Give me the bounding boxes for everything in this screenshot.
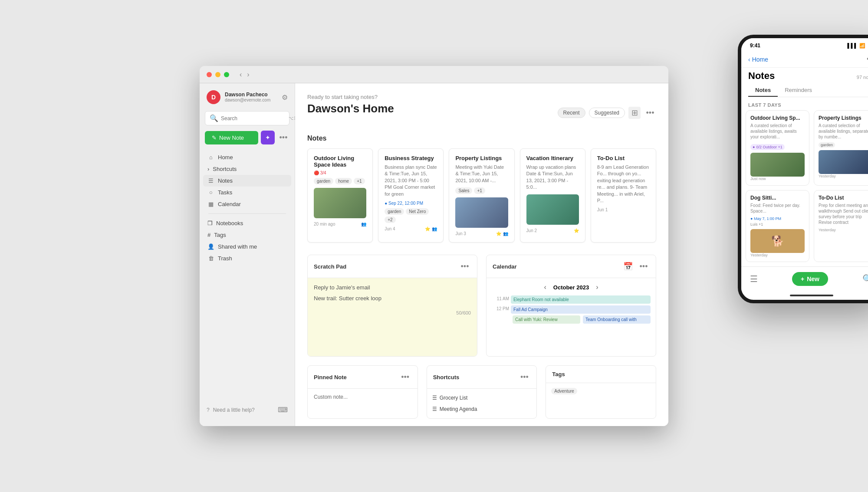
note-title: Property Listings: [455, 155, 508, 161]
note-title: Outdoor Living Space Ideas: [314, 155, 366, 168]
back-arrow[interactable]: ‹: [240, 71, 242, 79]
sidebar-item-home[interactable]: ⌂ Home: [203, 151, 291, 163]
view-more-icon[interactable]: ⊞: [628, 107, 641, 119]
tag: Net Zero: [406, 208, 429, 215]
shortcut-item-grocery[interactable]: ☰ Grocery List: [432, 392, 532, 403]
scratch-pad-body[interactable]: Reply to Jamie's email New trail: Sutter…: [308, 278, 477, 356]
note-card-todo[interactable]: To-Do List 8-9 am Lead Generation Fo... …: [591, 148, 656, 243]
phone-tab-notes[interactable]: Notes: [748, 83, 778, 97]
sidebar-item-trash[interactable]: 🗑 Trash: [203, 253, 291, 264]
ai-search-button[interactable]: ✦: [261, 131, 275, 144]
note-footer: 20 min ago 👥: [314, 222, 366, 226]
calendar-add-icon[interactable]: 📅: [622, 260, 634, 272]
maximize-button[interactable]: [224, 72, 229, 77]
shortcuts-title: Shortcuts: [433, 374, 460, 380]
tag: garden: [385, 208, 404, 215]
extra-options-icon[interactable]: •••: [644, 107, 656, 119]
help-section[interactable]: ? Need a little help? ⌨: [200, 400, 295, 419]
main-content: Ready to start taking notes? Dawson's Ho…: [295, 83, 668, 426]
phone-note-property[interactable]: Property Listings A curated selection of…: [814, 110, 868, 186]
close-button[interactable]: [207, 72, 212, 77]
search-icon: 🔍: [210, 114, 218, 122]
scratch-line-1: Reply to Jamie's email: [314, 284, 471, 291]
forward-arrow[interactable]: ›: [247, 71, 249, 79]
sidebar-item-shared[interactable]: 👤 Shared with me: [203, 241, 291, 253]
note-body: Wrap up vacation plans Date & Time:Sun, …: [526, 164, 579, 191]
sidebar-shared-label: Shared with me: [218, 243, 257, 250]
note-card-outdoor[interactable]: Outdoor Living Space Ideas 🔴 3/4 garden …: [307, 148, 373, 243]
note-icons: ⭐ 👥: [425, 226, 437, 231]
calendar-more-icon[interactable]: •••: [638, 260, 650, 272]
phone-section-label: LAST 7 DAYS: [741, 101, 868, 110]
phone-tab-reminders[interactable]: Reminders: [778, 83, 819, 97]
titlebar: ‹ ›: [200, 66, 668, 83]
calendar-event[interactable]: Call with Yuki: Review: [513, 315, 580, 324]
pinned-note-more[interactable]: •••: [399, 371, 411, 383]
note-card-vacation[interactable]: Vacation Itinerary Wrap up vacation plan…: [520, 148, 585, 243]
phone-status-icons: ▌▌▌ 📶 🔋: [848, 43, 868, 49]
phone-bottom-bar: ☰ + New 🔍: [741, 266, 868, 291]
calendar-event[interactable]: Team Onboarding call with: [583, 315, 651, 324]
more-options-button[interactable]: •••: [277, 131, 289, 144]
phone-back-button[interactable]: ‹ Home: [748, 56, 768, 63]
sidebar-item-tags[interactable]: # Tags: [203, 229, 291, 241]
star-icon: ⭐: [425, 226, 430, 231]
note-card-business[interactable]: Business Strategy Business plan sync Dat…: [378, 148, 444, 243]
avatar: D: [207, 90, 220, 104]
calendar-event[interactable]: Fall Ad Campaign: [511, 305, 651, 314]
note-body: Business plan sync Date & Time:Tue, Jun …: [385, 164, 437, 197]
note-thumbnail: [455, 197, 508, 228]
calendar-event[interactable]: Elephant Room not available: [511, 295, 651, 304]
shared-icon: 👤: [207, 243, 214, 250]
sidebar-divider: [208, 213, 286, 214]
cal-time: 12 PM: [492, 305, 509, 311]
note-body: 8-9 am Lead Generation Fo... through on …: [597, 164, 650, 204]
sidebar-trash-label: Trash: [218, 255, 232, 262]
tab-suggested[interactable]: Suggested: [589, 108, 625, 118]
scratch-pad-more[interactable]: •••: [459, 260, 471, 272]
calendar-prev-button[interactable]: ‹: [544, 283, 546, 291]
search-input[interactable]: [221, 115, 286, 121]
phone-new-button[interactable]: + New: [792, 272, 828, 286]
phone-note-dog[interactable]: Dog Sitti... Food: Feed twice per day. S…: [746, 190, 809, 262]
calendar-event-row-3: Call with Yuki: Review Team Onboarding c…: [492, 315, 651, 324]
sidebar-item-calendar[interactable]: ▦ Calendar: [203, 198, 291, 210]
phone-notes-grid: Outdoor Living Sp... A curated selection…: [741, 110, 868, 262]
phone-note-time: Yesterday: [819, 228, 868, 232]
settings-icon[interactable]: ⚙: [282, 93, 288, 102]
calendar-next-button[interactable]: ›: [596, 283, 598, 291]
phone-search-icon[interactable]: 🔍: [862, 274, 868, 284]
tab-recent[interactable]: Recent: [558, 108, 585, 118]
tag: home: [335, 178, 352, 184]
sidebar-item-notebooks[interactable]: ❒ Notebooks: [203, 217, 291, 229]
note-footer: Jun 2 ⭐: [526, 228, 579, 233]
phone-note-todo[interactable]: To-Do List Prep for client meeting and w…: [814, 190, 868, 262]
note-card-property[interactable]: Property Listings Meeting with Yuki Date…: [449, 148, 514, 243]
sidebar-item-tasks[interactable]: ○ Tasks: [203, 187, 291, 198]
shortcuts-more[interactable]: •••: [518, 371, 530, 383]
user-name: Dawson Pacheco: [225, 92, 270, 98]
phone-note-title: Outdoor Living Sp...: [750, 115, 805, 121]
calendar-controls: 📅 •••: [622, 260, 650, 272]
phone-note-outdoor[interactable]: Outdoor Living Sp... A curated selection…: [746, 110, 809, 186]
user-section: D Dawson Pacheco dawson@evernote.com ⚙: [200, 90, 295, 111]
search-bar[interactable]: 🔍 ⌥⌘F: [205, 111, 289, 125]
phone-note-body: Prep for client meeting and walkthrough …: [819, 203, 868, 225]
phone-menu-icon[interactable]: ☰: [750, 274, 758, 284]
minimize-button[interactable]: [215, 72, 220, 77]
tag-item[interactable]: Adventure: [551, 388, 577, 394]
star-icon: ⭐: [496, 231, 501, 236]
bottom-grid: Scratch Pad ••• Reply to Jamie's email N…: [307, 255, 656, 357]
new-note-button[interactable]: ✎ New Note: [205, 131, 258, 144]
notes-section-header: Notes: [307, 134, 656, 142]
badge-dot: ●: [753, 145, 755, 149]
nav-arrows: ‹ ›: [240, 71, 250, 79]
sidebar-item-notes[interactable]: ☰ Notes: [203, 175, 291, 187]
phone-notes-count: 97 notes: [857, 75, 868, 80]
note-footer: Jun 1: [597, 207, 650, 212]
note-date-badge: ● Sep 22, 12:00 PM: [385, 201, 437, 206]
phone-note-badge: ● 0/2 Outdoor +1: [750, 144, 785, 150]
shortcut-item-meeting[interactable]: ☰ Meeting Agenda: [432, 403, 532, 415]
sidebar-item-shortcuts[interactable]: › Shortcuts: [203, 163, 291, 175]
shared-icon: 👥: [503, 231, 508, 236]
